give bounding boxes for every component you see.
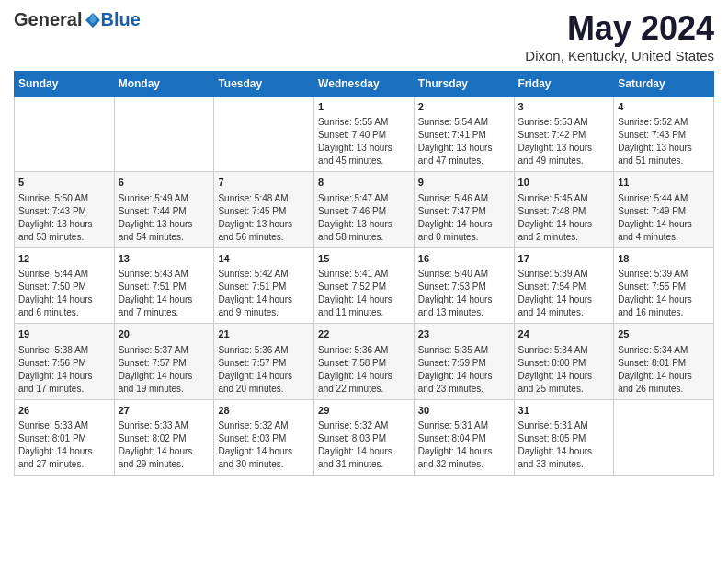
- logo-blue: Blue: [100, 9, 140, 30]
- day-info: Sunrise: 5:40 AM Sunset: 7:53 PM Dayligh…: [418, 268, 510, 319]
- calendar-cell: 2Sunrise: 5:54 AM Sunset: 7:41 PM Daylig…: [414, 97, 514, 172]
- day-info: Sunrise: 5:49 AM Sunset: 7:44 PM Dayligh…: [119, 192, 210, 244]
- calendar-cell: 10Sunrise: 5:45 AM Sunset: 7:48 PM Dayli…: [514, 172, 614, 247]
- day-info: Sunrise: 5:38 AM Sunset: 7:56 PM Dayligh…: [18, 344, 110, 396]
- day-number: 16: [418, 252, 510, 266]
- day-info: Sunrise: 5:32 AM Sunset: 8:03 PM Dayligh…: [218, 419, 310, 471]
- day-number: 1: [318, 100, 410, 114]
- calendar-cell: 20Sunrise: 5:37 AM Sunset: 7:57 PM Dayli…: [114, 324, 214, 399]
- day-info: Sunrise: 5:44 AM Sunset: 7:49 PM Dayligh…: [618, 192, 710, 244]
- main-title: May 2024: [525, 9, 714, 48]
- header-day-friday: Friday: [514, 72, 614, 97]
- day-info: Sunrise: 5:39 AM Sunset: 7:54 PM Dayligh…: [518, 268, 610, 319]
- calendar-cell: [214, 97, 314, 172]
- day-number: 11: [618, 176, 710, 190]
- day-number: 12: [18, 252, 110, 266]
- day-info: Sunrise: 5:45 AM Sunset: 7:48 PM Dayligh…: [518, 192, 610, 244]
- day-info: Sunrise: 5:41 AM Sunset: 7:52 PM Dayligh…: [318, 268, 410, 319]
- day-number: 7: [218, 176, 310, 190]
- header-day-saturday: Saturday: [614, 72, 714, 97]
- logo-general: General: [14, 9, 82, 30]
- calendar-cell: 24Sunrise: 5:34 AM Sunset: 8:00 PM Dayli…: [514, 324, 614, 399]
- calendar-cell: 11Sunrise: 5:44 AM Sunset: 7:49 PM Dayli…: [614, 172, 714, 247]
- day-number: 6: [119, 176, 210, 190]
- header-day-thursday: Thursday: [414, 72, 514, 97]
- day-info: Sunrise: 5:50 AM Sunset: 7:43 PM Dayligh…: [18, 192, 110, 244]
- day-number: 9: [418, 176, 510, 190]
- day-info: Sunrise: 5:35 AM Sunset: 7:59 PM Dayligh…: [418, 344, 510, 396]
- day-number: 23: [418, 327, 510, 341]
- calendar-cell: 4Sunrise: 5:52 AM Sunset: 7:43 PM Daylig…: [614, 97, 714, 172]
- day-info: Sunrise: 5:37 AM Sunset: 7:57 PM Dayligh…: [119, 344, 210, 396]
- day-info: Sunrise: 5:32 AM Sunset: 8:03 PM Dayligh…: [318, 419, 410, 471]
- day-info: Sunrise: 5:46 AM Sunset: 7:47 PM Dayligh…: [418, 192, 510, 244]
- calendar-cell: 18Sunrise: 5:39 AM Sunset: 7:55 PM Dayli…: [614, 247, 714, 323]
- day-info: Sunrise: 5:36 AM Sunset: 7:57 PM Dayligh…: [218, 344, 310, 396]
- calendar-week-3: 12Sunrise: 5:44 AM Sunset: 7:50 PM Dayli…: [15, 247, 714, 323]
- calendar-cell: 9Sunrise: 5:46 AM Sunset: 7:47 PM Daylig…: [414, 172, 514, 247]
- day-number: 4: [618, 100, 710, 114]
- calendar-cell: 21Sunrise: 5:36 AM Sunset: 7:57 PM Dayli…: [214, 324, 314, 399]
- calendar-cell: 19Sunrise: 5:38 AM Sunset: 7:56 PM Dayli…: [15, 324, 115, 399]
- day-info: Sunrise: 5:54 AM Sunset: 7:41 PM Dayligh…: [418, 116, 510, 167]
- day-number: 10: [518, 176, 610, 190]
- calendar-table: SundayMondayTuesdayWednesdayThursdayFrid…: [14, 71, 714, 476]
- calendar-cell: 30Sunrise: 5:31 AM Sunset: 8:04 PM Dayli…: [414, 399, 514, 475]
- calendar-cell: 13Sunrise: 5:43 AM Sunset: 7:51 PM Dayli…: [114, 247, 214, 323]
- day-number: 29: [318, 404, 410, 418]
- day-info: Sunrise: 5:47 AM Sunset: 7:46 PM Dayligh…: [318, 192, 410, 244]
- day-info: Sunrise: 5:53 AM Sunset: 7:42 PM Dayligh…: [518, 116, 610, 167]
- day-number: 14: [218, 252, 310, 266]
- day-info: Sunrise: 5:55 AM Sunset: 7:40 PM Dayligh…: [318, 116, 410, 167]
- day-info: Sunrise: 5:33 AM Sunset: 8:02 PM Dayligh…: [119, 419, 210, 471]
- day-number: 27: [119, 404, 210, 418]
- calendar-week-2: 5Sunrise: 5:50 AM Sunset: 7:43 PM Daylig…: [15, 172, 714, 247]
- day-info: Sunrise: 5:42 AM Sunset: 7:51 PM Dayligh…: [218, 268, 310, 319]
- day-info: Sunrise: 5:31 AM Sunset: 8:04 PM Dayligh…: [418, 419, 510, 471]
- subtitle: Dixon, Kentucky, United States: [525, 48, 714, 63]
- day-number: 28: [218, 404, 310, 418]
- day-info: Sunrise: 5:44 AM Sunset: 7:50 PM Dayligh…: [18, 268, 110, 319]
- page-header: General Blue May 2024 Dixon, Kentucky, U…: [14, 9, 714, 63]
- calendar-week-1: 1Sunrise: 5:55 AM Sunset: 7:40 PM Daylig…: [15, 97, 714, 172]
- calendar-cell: 22Sunrise: 5:36 AM Sunset: 7:58 PM Dayli…: [314, 324, 415, 399]
- day-info: Sunrise: 5:34 AM Sunset: 8:00 PM Dayligh…: [518, 344, 610, 396]
- day-number: 26: [18, 404, 110, 418]
- day-number: 5: [18, 176, 110, 190]
- logo-icon: [84, 11, 102, 29]
- calendar-cell: 16Sunrise: 5:40 AM Sunset: 7:53 PM Dayli…: [414, 247, 514, 323]
- calendar-cell: 25Sunrise: 5:34 AM Sunset: 8:01 PM Dayli…: [614, 324, 714, 399]
- day-number: 18: [618, 252, 710, 266]
- day-number: 13: [119, 252, 210, 266]
- calendar-cell: 26Sunrise: 5:33 AM Sunset: 8:01 PM Dayli…: [15, 399, 115, 475]
- day-number: 22: [318, 327, 410, 341]
- calendar-cell: 28Sunrise: 5:32 AM Sunset: 8:03 PM Dayli…: [214, 399, 314, 475]
- day-info: Sunrise: 5:48 AM Sunset: 7:45 PM Dayligh…: [218, 192, 310, 244]
- calendar-cell: 7Sunrise: 5:48 AM Sunset: 7:45 PM Daylig…: [214, 172, 314, 247]
- day-number: 2: [418, 100, 510, 114]
- day-info: Sunrise: 5:31 AM Sunset: 8:05 PM Dayligh…: [518, 419, 610, 471]
- calendar-week-4: 19Sunrise: 5:38 AM Sunset: 7:56 PM Dayli…: [15, 324, 714, 399]
- header-day-tuesday: Tuesday: [214, 72, 314, 97]
- calendar-cell: 1Sunrise: 5:55 AM Sunset: 7:40 PM Daylig…: [314, 97, 415, 172]
- day-number: 17: [518, 252, 610, 266]
- calendar-cell: [614, 399, 714, 475]
- day-number: 15: [318, 252, 410, 266]
- day-number: 25: [618, 327, 710, 341]
- day-number: 19: [18, 327, 110, 341]
- day-number: 24: [518, 327, 610, 341]
- day-number: 30: [418, 404, 510, 418]
- day-number: 31: [518, 404, 610, 418]
- header-day-sunday: Sunday: [15, 72, 115, 97]
- header-day-wednesday: Wednesday: [314, 72, 415, 97]
- title-block: May 2024 Dixon, Kentucky, United States: [525, 9, 714, 63]
- day-number: 20: [119, 327, 210, 341]
- day-info: Sunrise: 5:34 AM Sunset: 8:01 PM Dayligh…: [618, 344, 710, 396]
- calendar-cell: 29Sunrise: 5:32 AM Sunset: 8:03 PM Dayli…: [314, 399, 415, 475]
- calendar-cell: 23Sunrise: 5:35 AM Sunset: 7:59 PM Dayli…: [414, 324, 514, 399]
- calendar-cell: 8Sunrise: 5:47 AM Sunset: 7:46 PM Daylig…: [314, 172, 415, 247]
- calendar-cell: 3Sunrise: 5:53 AM Sunset: 7:42 PM Daylig…: [514, 97, 614, 172]
- calendar-cell: 5Sunrise: 5:50 AM Sunset: 7:43 PM Daylig…: [15, 172, 115, 247]
- day-info: Sunrise: 5:52 AM Sunset: 7:43 PM Dayligh…: [618, 116, 710, 167]
- header-day-monday: Monday: [114, 72, 214, 97]
